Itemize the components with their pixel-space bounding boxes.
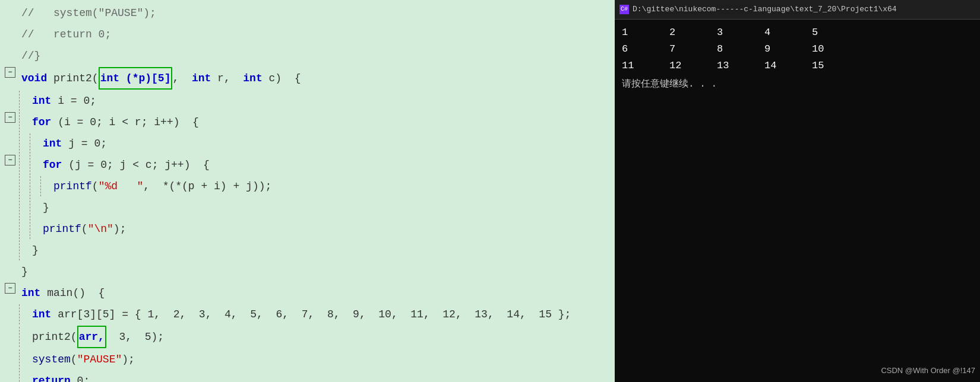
indent-guide	[19, 371, 30, 382]
terminal-number: 5	[812, 24, 859, 41]
terminal-row: 12345	[622, 24, 973, 41]
terminal-number: 4	[764, 24, 812, 41]
terminal-number: 13	[717, 58, 764, 74]
token-cmt: //}	[21, 50, 40, 62]
terminal-number: 9	[764, 41, 812, 58]
token-kw: int	[192, 72, 211, 84]
code-line: }	[0, 261, 615, 282]
indent-guide	[30, 176, 40, 196]
terminal-prompt: 请按任意键继续. . .	[622, 77, 973, 92]
terminal-number: 2	[669, 24, 717, 41]
code-line: −int main() {	[0, 282, 615, 304]
terminal-icon: C#	[619, 5, 629, 14]
fold-button[interactable]: −	[5, 283, 15, 294]
token-kw: int	[21, 287, 40, 299]
terminal-number: 3	[717, 24, 764, 41]
terminal-number: 8	[717, 41, 764, 58]
code-content: }	[30, 240, 39, 260]
token-plain: (	[81, 223, 88, 235]
code-content: }	[19, 262, 28, 282]
token-kw: int	[32, 308, 51, 320]
token-plain: 3, 5);	[106, 331, 164, 343]
indent-guide	[19, 327, 30, 347]
code-line: // system("PAUSE");	[0, 2, 615, 24]
fold-button[interactable]: −	[5, 67, 15, 78]
token-kw: for	[43, 159, 62, 171]
token-plain: 0;	[71, 375, 90, 382]
token-kw: int	[243, 72, 262, 84]
code-content: for (j = 0; j < c; j++) {	[40, 155, 210, 175]
code-content: int i = 0;	[30, 91, 96, 111]
indent-guide	[19, 349, 30, 370]
csdn-watermark: CSDN @With Order @!147	[881, 363, 975, 378]
token-plain: print2(	[32, 331, 77, 343]
token-plain: (i = 0; i < r; i++) {	[51, 116, 198, 128]
code-content: return 0;	[30, 371, 90, 382]
code-line: }	[0, 240, 615, 261]
fold-button[interactable]: −	[5, 155, 15, 165]
token-plain: );	[122, 354, 135, 365]
token-plain: r,	[211, 72, 243, 84]
terminal-body: 123456789101112131415 请按任意键继续. . .	[615, 20, 980, 382]
indent-guide	[19, 176, 30, 196]
token-kw: return	[32, 375, 71, 382]
code-content: //}	[19, 46, 40, 66]
indent-guide	[19, 155, 30, 175]
terminal-panel: C# D:\gittee\niukecom------c-language\te…	[615, 0, 980, 382]
code-panel: // system("PAUSE");// return 0;//}−void …	[0, 0, 615, 382]
token-plain: print2(	[47, 72, 98, 84]
code-line: return 0;	[0, 370, 615, 382]
indent-guide	[19, 219, 30, 239]
token-plain: c) {	[263, 72, 301, 84]
code-content: int main() {	[19, 283, 105, 303]
gutter: −	[0, 112, 19, 123]
token-plain: j = 0;	[62, 138, 107, 149]
code-line: printf("\n");	[0, 218, 615, 240]
token-fn: printf	[43, 223, 81, 235]
highlighted-token: int (*p)[5]	[99, 67, 173, 90]
token-fn: printf	[53, 180, 92, 192]
token-cmt: // system("PAUSE");	[21, 7, 156, 19]
indent-guide	[30, 155, 40, 175]
token-kw: for	[32, 116, 51, 128]
terminal-row: 1112131415	[622, 58, 973, 74]
terminal-titlebar: C# D:\gittee\niukecom------c-language\te…	[615, 0, 980, 20]
token-plain: ,	[172, 72, 191, 84]
code-line: −void print2(int (*p)[5], int r, int c) …	[0, 66, 615, 90]
token-plain: i = 0;	[51, 95, 96, 107]
fold-button[interactable]: −	[5, 112, 15, 123]
token-plain: (	[92, 180, 99, 192]
code-line: int arr[3][5] = { 1, 2, 3, 4, 5, 6, 7, 8…	[0, 304, 615, 325]
terminal-number: 14	[764, 58, 812, 74]
code-content: // system("PAUSE");	[19, 3, 156, 23]
token-plain: }	[43, 202, 49, 214]
terminal-number: 7	[669, 41, 717, 58]
code-line: //}	[0, 45, 615, 66]
token-fn: system	[32, 354, 71, 365]
code-content: // return 0;	[19, 24, 111, 44]
code-line: int j = 0;	[0, 133, 615, 154]
token-plain: }	[21, 266, 28, 278]
token-plain: }	[32, 244, 39, 256]
token-kw: int	[32, 95, 51, 107]
token-plain: (	[71, 354, 77, 365]
code-content: for (i = 0; i < r; i++) {	[30, 112, 199, 132]
token-kw: void	[21, 72, 47, 84]
token-plain: main() {	[40, 287, 105, 299]
gutter: −	[0, 283, 19, 294]
indent-guide	[40, 176, 51, 196]
token-plain: arr[3][5] = { 1, 2, 3, 4, 5, 6, 7, 8, 9,…	[51, 308, 571, 320]
terminal-number: 12	[669, 58, 717, 74]
code-content: print2(arr, 3, 5);	[30, 326, 164, 348]
indent-guide	[19, 304, 30, 324]
token-cmt: // return 0;	[21, 28, 111, 40]
code-line: system("PAUSE");	[0, 349, 615, 370]
indent-guide	[19, 133, 30, 154]
terminal-number: 1	[622, 24, 669, 41]
indent-guide	[30, 219, 40, 239]
token-plain: , *(*(p + i) + j));	[143, 180, 271, 192]
code-content: void print2(int (*p)[5], int r, int c) {	[19, 67, 301, 90]
token-kw: int	[43, 138, 62, 149]
indent-guide	[30, 133, 40, 154]
code-line: int i = 0;	[0, 90, 615, 112]
